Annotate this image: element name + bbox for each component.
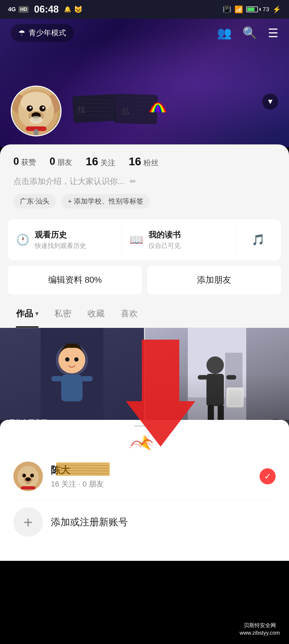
svg-point-57: [22, 474, 26, 477]
bio-text: 点击添加介绍，让大家认识你...: [13, 176, 124, 187]
tab-likes[interactable]: 喜欢: [113, 300, 146, 328]
youth-mode-label: 青少年模式: [29, 28, 66, 38]
location-text: 广东·汕头: [20, 197, 50, 205]
add-friend-button[interactable]: 添加朋友: [147, 266, 281, 294]
tab-works-chevron: ▾: [35, 310, 38, 317]
profile-dropdown-button[interactable]: ▼: [262, 94, 278, 110]
quick-links: 🕐 观看历史 快速找到观看历史 📖 我的读书 仅自己可见 🎵: [8, 219, 281, 260]
svg-point-6: [39, 105, 45, 112]
followers-count: 16: [129, 155, 141, 168]
watermark-line2: www.zibstyy.com: [239, 629, 280, 637]
avatar[interactable]: [11, 86, 62, 136]
my-reading-subtitle: 仅自己可见: [149, 241, 181, 250]
add-account-item[interactable]: + 添加或注册新账号: [0, 499, 289, 545]
add-account-label: 添加或注册新账号: [51, 516, 128, 529]
svg-point-34: [65, 357, 70, 362]
svg-point-5: [27, 105, 33, 112]
add-account-circle: +: [13, 507, 43, 537]
bottom-sheet-overlay: 陈大: [0, 420, 289, 644]
svg-point-8: [42, 107, 44, 109]
my-reading-title: 我的读书: [149, 229, 181, 240]
clock-icon: 🕐: [16, 233, 29, 246]
watch-history-link[interactable]: 🕐 观看历史 快速找到观看历史: [8, 222, 122, 258]
svg-point-58: [30, 474, 34, 477]
tab-favorites[interactable]: 收藏: [79, 300, 113, 328]
scribble-deco-svg: [128, 435, 161, 451]
svg-rect-36: [61, 375, 83, 401]
tags-row: 广东·汕头 + 添加学校、性别等标签: [0, 190, 289, 214]
tab-private[interactable]: 私密: [46, 300, 79, 328]
profile-scribble: 找 品 ▼: [70, 88, 278, 136]
status-bar: 4G HD 06:48 🔔 😺 📳 📶 73 ⚡: [0, 0, 289, 19]
main-content: 0 获赞 0 朋友 16 关注 16 粉丝 点击添加介绍，让大家认识你... ✏: [0, 144, 289, 440]
account-stats-primary: 16 关注 · 0 朋友: [51, 479, 252, 489]
likes-label: 获赞: [21, 157, 36, 167]
sheet-decoration: [0, 435, 289, 451]
watch-history-title: 观看历史: [35, 229, 86, 240]
search-icon[interactable]: 🔍: [242, 26, 257, 40]
account-info-primary: 陈大: [51, 464, 252, 489]
menu-icon[interactable]: ☰: [268, 26, 278, 40]
sheet-handle: [134, 425, 155, 427]
bottom-sheet: 陈大: [0, 420, 289, 561]
svg-point-15: [33, 129, 39, 135]
account-name-primary: 陈大: [51, 464, 252, 477]
my-reading-link[interactable]: 📖 我的读书 仅自己可见: [122, 222, 235, 258]
profile-area: 找 品 ▼: [11, 86, 278, 136]
battery-indicator: 73: [246, 6, 269, 13]
plus-icon: +: [23, 513, 33, 531]
tab-works-label: 作品: [16, 308, 33, 320]
svg-rect-37: [51, 376, 63, 381]
likes-stat[interactable]: 0 获赞: [13, 156, 36, 167]
toolbar-right: 👥 🔍 ☰: [217, 26, 278, 40]
svg-rect-38: [82, 376, 93, 381]
toolbar: ☂ 青少年模式 👥 🔍 ☰: [0, 19, 289, 47]
location-tag[interactable]: 广东·汕头: [13, 194, 56, 209]
vibrate-icon: 📳: [223, 5, 231, 14]
watermark: 贝斯特安全网 www.zibstyy.com: [236, 619, 284, 639]
friends-icon[interactable]: 👥: [217, 26, 232, 40]
youth-mode-button[interactable]: ☂ 青少年模式: [11, 24, 74, 42]
my-reading-text: 我的读书 仅自己可见: [149, 229, 181, 250]
svg-text:找: 找: [77, 106, 85, 114]
music-icon: 🎵: [252, 233, 265, 246]
add-tag-button[interactable]: + 添加学校、性别等标签: [61, 194, 150, 209]
bottom-padding: [0, 545, 289, 561]
account-check-icon: ✓: [260, 468, 276, 484]
add-friend-label: 添加朋友: [197, 275, 231, 285]
edit-profile-button[interactable]: 编辑资料 80%: [8, 266, 142, 294]
watch-history-subtitle: 快速找到观看历史: [35, 241, 86, 250]
wifi-icon: 📶: [234, 5, 243, 14]
app-icon: 😺: [74, 5, 82, 14]
add-tag-text: + 添加学校、性别等标签: [68, 197, 143, 206]
svg-point-7: [29, 107, 32, 109]
profile-header: ☂ 青少年模式 👥 🔍 ☰: [0, 19, 289, 147]
svg-point-33: [59, 347, 85, 373]
music-link[interactable]: 🎵: [236, 226, 281, 254]
hd-label: HD: [18, 6, 29, 13]
account-avatar-primary: [13, 462, 43, 491]
watch-history-text: 观看历史 快速找到观看历史: [35, 229, 86, 250]
following-stat[interactable]: 16 关注: [86, 155, 115, 168]
time-label: 06:48: [34, 4, 59, 15]
svg-text:品: 品: [122, 107, 129, 115]
edit-bio-icon[interactable]: ✏: [130, 177, 136, 186]
friends-count: 0: [50, 156, 55, 167]
friends-label: 朋友: [57, 157, 72, 167]
chevron-down-icon: ▼: [267, 97, 274, 106]
status-left: 4G HD 06:48 🔔 😺: [8, 4, 82, 15]
lightning-icon: ⚡: [272, 5, 281, 14]
friends-stat[interactable]: 0 朋友: [50, 156, 72, 167]
svg-point-35: [74, 357, 79, 362]
followers-stat[interactable]: 16 粉丝: [129, 155, 158, 168]
watermark-line1: 贝斯特安全网: [239, 622, 280, 629]
carrier-label: 4G: [8, 6, 16, 13]
tab-favorites-label: 收藏: [88, 308, 105, 320]
following-label: 关注: [100, 158, 115, 168]
umbrella-icon: ☂: [18, 28, 25, 38]
tabs-row: 作品 ▾ 私密 收藏 喜欢: [0, 300, 289, 328]
tab-works[interactable]: 作品 ▾: [8, 300, 46, 328]
tab-private-label: 私密: [54, 308, 71, 320]
bio-row[interactable]: 点击添加介绍，让大家认识你... ✏: [0, 173, 289, 190]
account-item-primary[interactable]: 陈大: [0, 454, 289, 499]
